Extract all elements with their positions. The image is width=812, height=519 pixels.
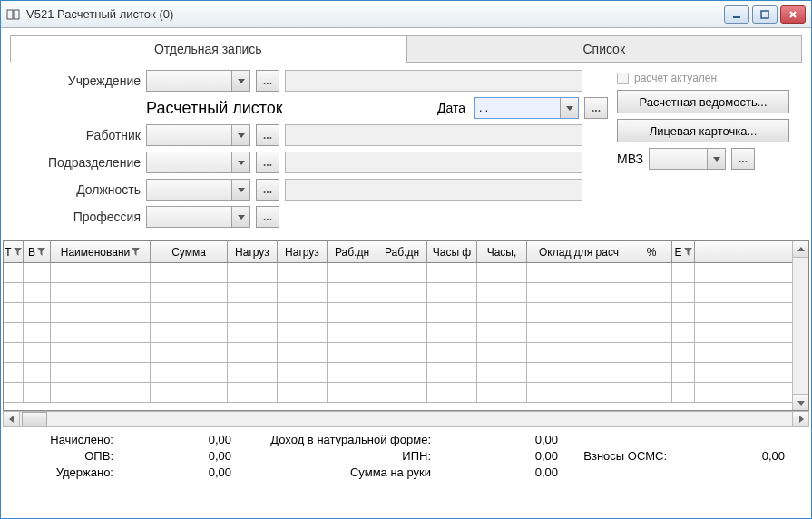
- column-header[interactable]: Раб.дн: [377, 241, 427, 262]
- column-header[interactable]: Наименовани: [51, 241, 151, 262]
- table-cell: [278, 343, 328, 362]
- scroll-down-icon[interactable]: [793, 394, 808, 410]
- table-cell: [24, 343, 51, 362]
- filter-icon[interactable]: [14, 248, 22, 256]
- scroll-left-icon[interactable]: [4, 412, 20, 426]
- institution-combo[interactable]: [146, 70, 250, 92]
- column-header[interactable]: Нагруз: [228, 241, 278, 262]
- filter-icon[interactable]: [684, 248, 692, 256]
- column-header[interactable]: Часы,: [477, 241, 527, 262]
- horizontal-scrollbar[interactable]: [3, 411, 809, 427]
- table-row[interactable]: [4, 323, 792, 343]
- scroll-thumb[interactable]: [22, 412, 47, 426]
- actual-checkbox[interactable]: расчет актуален: [617, 72, 798, 84]
- table-cell: [427, 343, 477, 362]
- column-header[interactable]: Т: [4, 241, 24, 262]
- tab-list[interactable]: Список: [406, 35, 803, 63]
- department-combo[interactable]: [146, 152, 250, 173]
- table-cell: [631, 283, 672, 302]
- table-row[interactable]: [4, 383, 792, 403]
- table-cell: [278, 383, 328, 402]
- table-cell: [527, 383, 631, 402]
- table-cell: [631, 343, 672, 362]
- table-cell: [228, 283, 278, 302]
- table-cell: [328, 383, 377, 402]
- table-cell: [672, 303, 695, 322]
- profession-lookup-button[interactable]: ...: [256, 206, 279, 228]
- table-cell: [278, 363, 328, 382]
- mvz-lookup-button[interactable]: ...: [731, 148, 755, 170]
- table-row[interactable]: [4, 263, 792, 283]
- svg-marker-7: [566, 106, 573, 111]
- position-combo[interactable]: [146, 179, 250, 201]
- profession-combo[interactable]: [146, 206, 250, 228]
- date-lookup-button[interactable]: ...: [584, 97, 608, 119]
- filter-icon[interactable]: [132, 248, 140, 256]
- table-row[interactable]: [4, 343, 792, 363]
- filter-icon[interactable]: [37, 248, 45, 256]
- column-label: В: [28, 246, 35, 259]
- osms-value: 0,00: [667, 449, 785, 463]
- payroll-button[interactable]: Расчетная ведомость...: [617, 90, 789, 113]
- table-cell: [4, 363, 24, 382]
- column-header[interactable]: Нагруз: [278, 241, 328, 262]
- svg-rect-0: [7, 10, 13, 19]
- withheld-value: 0,00: [113, 465, 231, 479]
- column-header[interactable]: Е: [672, 241, 695, 262]
- table-cell: [24, 383, 51, 402]
- svg-marker-14: [37, 248, 45, 256]
- table-cell: [328, 303, 377, 322]
- form-area: Учреждение ... Расчетный листок Дата . .…: [1, 63, 811, 237]
- table-cell: [51, 323, 151, 342]
- position-lookup-button[interactable]: ...: [256, 179, 279, 201]
- table-cell: [631, 363, 672, 382]
- svg-marker-15: [132, 248, 140, 256]
- grid-header: ТВНаименованиСуммаНагрузНагрузРаб.днРаб.…: [4, 241, 792, 263]
- personal-card-button[interactable]: Лицевая карточка...: [617, 119, 789, 142]
- institution-lookup-button[interactable]: ...: [256, 70, 279, 92]
- table-cell: [631, 383, 672, 402]
- table-cell: [328, 363, 377, 382]
- table-cell: [477, 323, 527, 342]
- column-header[interactable]: Часы ф: [427, 241, 477, 262]
- close-button[interactable]: [780, 5, 806, 24]
- table-cell: [278, 323, 328, 342]
- window-controls: [724, 5, 806, 24]
- chevron-down-icon: [707, 149, 725, 169]
- table-cell: [427, 363, 477, 382]
- totals-area: Начислено: 0,00 Доход в натуральной форм…: [1, 427, 811, 487]
- ipn-value: 0,00: [431, 449, 558, 463]
- column-header[interactable]: %: [631, 241, 672, 262]
- table-cell: [328, 323, 377, 342]
- table-row[interactable]: [4, 303, 792, 323]
- table-row[interactable]: [4, 283, 792, 303]
- table-cell: [672, 343, 695, 362]
- column-header[interactable]: Раб.дн: [328, 241, 377, 262]
- column-header[interactable]: Оклад для расч: [527, 241, 631, 262]
- table-cell: [228, 383, 278, 402]
- table-cell: [527, 283, 631, 302]
- ipn-label: ИПН:: [231, 449, 431, 463]
- date-combo[interactable]: . .: [474, 97, 579, 119]
- minimize-button[interactable]: [724, 5, 749, 24]
- tab-single-record[interactable]: Отдельная запись: [10, 35, 406, 63]
- employee-lookup-button[interactable]: ...: [256, 124, 279, 146]
- table-row[interactable]: [4, 363, 792, 383]
- svg-marker-13: [14, 248, 22, 256]
- table-cell: [4, 343, 24, 362]
- mvz-combo[interactable]: [649, 148, 726, 170]
- column-header[interactable]: В: [24, 241, 51, 262]
- scroll-right-icon[interactable]: [792, 412, 808, 426]
- department-lookup-button[interactable]: ...: [256, 152, 279, 173]
- natural-income-value: 0,00: [431, 433, 558, 446]
- maximize-button[interactable]: [752, 5, 778, 24]
- column-header[interactable]: Сумма: [151, 241, 228, 262]
- table-cell: [527, 263, 631, 282]
- table-cell: [4, 263, 24, 282]
- table-cell: [151, 263, 228, 282]
- table-cell: [527, 303, 631, 322]
- scroll-up-icon[interactable]: [793, 241, 808, 258]
- vertical-scrollbar[interactable]: [792, 241, 808, 410]
- employee-combo[interactable]: [146, 124, 250, 146]
- table-cell: [377, 283, 427, 302]
